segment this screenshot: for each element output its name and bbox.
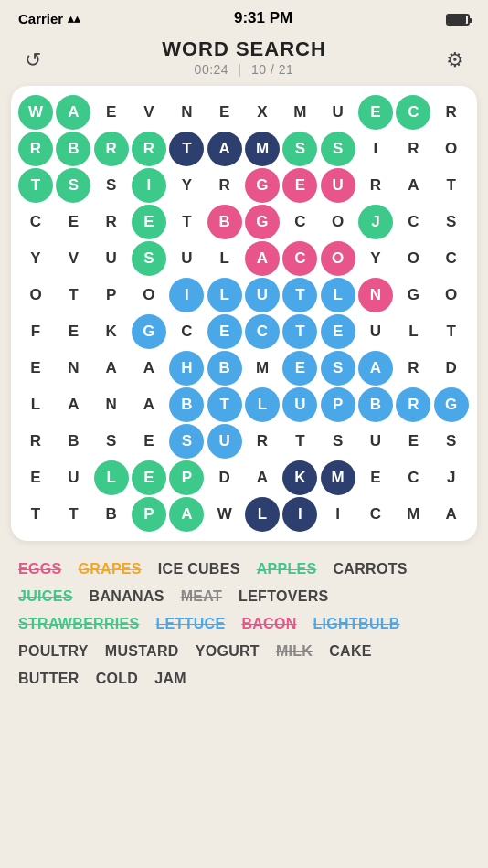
cell-11-5[interactable]: W — [207, 497, 242, 532]
word-bacon[interactable]: BACON — [239, 612, 298, 636]
cell-6-9[interactable]: U — [358, 314, 393, 349]
cell-7-8[interactable]: S — [321, 351, 355, 386]
cell-6-6[interactable]: C — [245, 314, 280, 349]
word-eggs[interactable]: EGGS — [16, 557, 63, 581]
cell-7-7[interactable]: E — [282, 351, 317, 386]
cell-8-5[interactable]: T — [207, 387, 242, 422]
cell-10-5[interactable]: D — [207, 460, 242, 495]
settings-button[interactable]: ⚙ — [439, 44, 472, 77]
cell-10-2[interactable]: L — [94, 460, 129, 495]
cell-4-7[interactable]: C — [282, 241, 317, 276]
cell-11-8[interactable]: I — [321, 497, 355, 532]
cell-1-10[interactable]: R — [396, 132, 430, 166]
cell-11-4[interactable]: A — [169, 497, 204, 532]
cell-7-5[interactable]: B — [207, 351, 242, 386]
cell-3-4[interactable]: T — [169, 205, 204, 239]
word-meat[interactable]: MEAT — [179, 585, 224, 609]
cell-8-9[interactable]: B — [358, 387, 393, 422]
cell-5-11[interactable]: O — [434, 278, 469, 312]
cell-5-2[interactable]: P — [94, 278, 129, 312]
cell-6-0[interactable]: F — [18, 314, 53, 349]
cell-9-8[interactable]: S — [321, 424, 355, 459]
cell-11-2[interactable]: B — [94, 497, 129, 532]
cell-9-3[interactable]: E — [132, 424, 166, 459]
cell-11-9[interactable]: C — [358, 497, 393, 532]
cell-7-0[interactable]: E — [18, 351, 53, 386]
cell-0-7[interactable]: M — [282, 95, 317, 130]
cell-7-11[interactable]: D — [434, 351, 469, 386]
cell-8-10[interactable]: R — [396, 387, 430, 422]
cell-6-1[interactable]: E — [56, 314, 90, 349]
cell-0-4[interactable]: N — [169, 95, 204, 130]
cell-6-8[interactable]: E — [321, 314, 355, 349]
cell-4-8[interactable]: O — [321, 241, 355, 276]
cell-10-11[interactable]: J — [434, 460, 469, 495]
cell-11-7[interactable]: I — [282, 497, 317, 532]
cell-2-9[interactable]: R — [358, 168, 393, 203]
cell-2-5[interactable]: R — [207, 168, 242, 203]
cell-4-5[interactable]: L — [207, 241, 242, 276]
cell-5-9[interactable]: N — [358, 278, 393, 312]
cell-8-8[interactable]: P — [321, 387, 355, 422]
cell-11-0[interactable]: T — [18, 497, 53, 532]
cell-11-3[interactable]: P — [132, 497, 166, 532]
cell-5-1[interactable]: T — [56, 278, 90, 312]
cell-0-0[interactable]: W — [18, 95, 53, 130]
cell-10-7[interactable]: K — [282, 460, 317, 495]
word-butter[interactable]: BUTTER — [16, 667, 81, 691]
cell-1-4[interactable]: T — [169, 132, 204, 166]
word-bananas[interactable]: BANANAS — [88, 585, 166, 609]
cell-0-5[interactable]: E — [207, 95, 242, 130]
cell-0-3[interactable]: V — [132, 95, 166, 130]
cell-1-2[interactable]: R — [94, 132, 129, 166]
cell-7-2[interactable]: A — [94, 351, 129, 386]
cell-3-7[interactable]: C — [282, 205, 317, 239]
cell-8-1[interactable]: A — [56, 387, 90, 422]
cell-8-0[interactable]: L — [18, 387, 53, 422]
word-strawberries[interactable]: STRAWBERRIES — [16, 612, 142, 636]
cell-5-3[interactable]: O — [132, 278, 166, 312]
word-leftovers[interactable]: LEFTOVERS — [237, 585, 330, 609]
cell-0-6[interactable]: X — [245, 95, 280, 130]
cell-3-5[interactable]: B — [207, 205, 242, 239]
cell-6-4[interactable]: C — [169, 314, 204, 349]
cell-9-0[interactable]: R — [18, 424, 53, 459]
word-cake[interactable]: CAKE — [327, 640, 374, 663]
cell-8-2[interactable]: N — [94, 387, 129, 422]
cell-2-0[interactable]: T — [18, 168, 53, 203]
cell-10-3[interactable]: E — [132, 460, 166, 495]
cell-5-0[interactable]: O — [18, 278, 53, 312]
cell-10-0[interactable]: E — [18, 460, 53, 495]
cell-4-9[interactable]: Y — [358, 241, 393, 276]
word-lightbulb[interactable]: LIGHTBULB — [312, 612, 402, 636]
cell-7-6[interactable]: M — [245, 351, 280, 386]
cell-9-6[interactable]: R — [245, 424, 280, 459]
cell-6-5[interactable]: E — [207, 314, 242, 349]
cell-7-4[interactable]: H — [169, 351, 204, 386]
cell-10-8[interactable]: M — [321, 460, 355, 495]
cell-10-4[interactable]: P — [169, 460, 204, 495]
cell-1-0[interactable]: R — [18, 132, 53, 166]
cell-11-1[interactable]: T — [56, 497, 90, 532]
cell-10-9[interactable]: E — [358, 460, 393, 495]
cell-1-11[interactable]: O — [434, 132, 469, 166]
cell-4-2[interactable]: U — [94, 241, 129, 276]
cell-0-2[interactable]: E — [94, 95, 129, 130]
word-milk[interactable]: MILK — [274, 640, 314, 663]
cell-0-8[interactable]: U — [321, 95, 355, 130]
cell-2-8[interactable]: U — [321, 168, 355, 203]
word-jam[interactable]: JAM — [153, 667, 188, 691]
cell-7-1[interactable]: N — [56, 351, 90, 386]
cell-6-2[interactable]: K — [94, 314, 129, 349]
cell-2-4[interactable]: Y — [169, 168, 204, 203]
cell-8-7[interactable]: U — [282, 387, 317, 422]
cell-4-4[interactable]: U — [169, 241, 204, 276]
cell-11-6[interactable]: L — [245, 497, 280, 532]
cell-3-2[interactable]: R — [94, 205, 129, 239]
cell-1-7[interactable]: S — [282, 132, 317, 166]
word-carrots[interactable]: CARROTS — [331, 557, 408, 581]
cell-2-6[interactable]: G — [245, 168, 280, 203]
cell-10-10[interactable]: C — [396, 460, 430, 495]
cell-8-6[interactable]: L — [245, 387, 280, 422]
word-cold[interactable]: COLD — [94, 667, 141, 691]
